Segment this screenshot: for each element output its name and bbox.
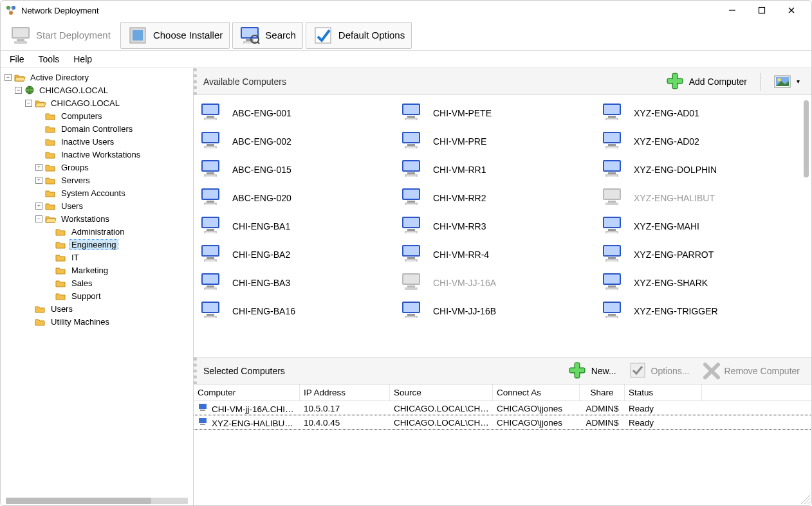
tree-scrollbar[interactable] [6,498,188,504]
tree-sub-domain[interactable]: − CHICAGO.LOCAL [25,96,193,109]
resize-grip[interactable] [801,495,810,504]
computer-item[interactable]: ABC-ENG-020 [196,184,397,212]
computer-item[interactable]: CHI-ENG-BA2 [196,240,397,269]
default-options-button[interactable]: Default Options [306,22,412,49]
computer-icon [401,186,427,210]
expand-icon[interactable]: + [35,177,42,184]
cell-ip: 10.5.0.17 [300,404,390,413]
tree-users-2[interactable]: Users [25,302,193,315]
tree-servers[interactable]: +Servers [35,174,193,186]
th-source[interactable]: Source [390,384,493,401]
collapse-icon[interactable]: − [35,215,42,222]
th-connect[interactable]: Connect As [493,384,580,401]
computer-item[interactable]: CHI-ENG-BA16 [196,297,397,325]
tree-domain[interactable]: − CHICAGO.LOCAL [15,84,193,96]
computer-item[interactable]: CHI-ENG-BA3 [196,269,397,297]
available-computers-list[interactable]: ABC-ENG-001ABC-ENG-002ABC-ENG-015ABC-ENG… [194,95,801,357]
start-deployment-button[interactable]: Start Deployment [3,22,118,49]
available-scrollbar[interactable] [801,95,811,357]
tree-root[interactable]: − Active Directory [5,71,193,84]
computer-item[interactable]: XYZ-ENG-AD02 [598,127,798,156]
th-status[interactable]: Status [625,384,702,401]
computer-icon [200,271,226,294]
tree-computers[interactable]: Computers [35,109,193,122]
computer-item[interactable]: CHI-VM-JJ-16A [397,269,598,297]
tree-ws-eng[interactable]: Engineering [46,238,193,251]
computer-item[interactable]: CHI-VM-PRE [397,127,598,156]
maximize-button[interactable] [747,1,777,19]
computer-item[interactable]: CHI-VM-RR1 [397,156,598,184]
computer-item[interactable]: CHI-VM-JJ-16B [397,297,598,325]
computer-item[interactable]: ABC-ENG-001 [196,99,397,127]
collapse-icon[interactable]: − [5,74,12,81]
computer-name: CHI-ENG-BA1 [232,221,290,231]
tree-ws-sales[interactable]: Sales [46,276,193,289]
tree-workstations[interactable]: −Workstations [35,212,193,225]
computer-item[interactable]: CHI-VM-PETE [397,99,598,127]
remove-computer-button[interactable]: Remove Computer [697,359,806,383]
computer-icon [200,158,226,181]
tree-pane[interactable]: − Active Directory − CHICAGO.LOCAL [1,68,194,505]
tree-utility[interactable]: Utility Machines [25,315,193,328]
computer-item[interactable]: CHI-ENG-BA1 [196,212,397,240]
cell-status: Ready [625,418,702,428]
tree-dc[interactable]: Domain Controllers [35,122,193,135]
search-button[interactable]: Search [232,22,303,49]
computer-item[interactable]: ABC-ENG-002 [196,127,397,156]
tree-users[interactable]: +Users [35,199,193,212]
expand-icon[interactable]: + [35,164,42,171]
expand-icon[interactable]: + [35,203,42,210]
menu-tools[interactable]: Tools [39,54,60,64]
th-ip[interactable]: IP Address [300,384,390,401]
minimize-button[interactable] [717,1,747,19]
th-computer[interactable]: Computer [194,384,300,401]
computer-item[interactable]: XYZ-ENG-PARROT [598,240,798,269]
tree-ws-marketing[interactable]: Marketing [46,264,193,276]
computer-item[interactable]: CHI-VM-RR2 [397,184,598,212]
computer-icon [602,102,627,125]
computer-item[interactable]: XYZ-ENG-SHARK [598,269,798,297]
tree-ws-support[interactable]: Support [46,289,193,302]
computer-name: XYZ-ENG-TRIGGER [634,306,718,316]
folder-icon [55,253,67,262]
computer-name: CHI-ENG-BA3 [232,278,290,288]
computer-item[interactable]: XYZ-ENG-TRIGGER [598,297,798,325]
close-button[interactable] [777,1,806,19]
collapse-icon[interactable]: − [15,87,22,94]
computer-item[interactable]: ABC-ENG-015 [196,156,397,184]
menu-help[interactable]: Help [73,54,92,64]
selected-header: Selected Computers New... Options... Rem… [194,357,811,384]
table-row[interactable]: XYZ-ENG-HALIBUT...10.4.0.45CHICAGO.LOCAL… [194,415,811,429]
computer-item[interactable]: CHI-VM-RR-4 [397,240,598,269]
tree-inactive-users[interactable]: Inactive Users [35,135,193,148]
th-share[interactable]: Share [580,384,625,401]
collapse-icon[interactable]: − [25,100,32,107]
table-row[interactable]: CHI-VM-jj-16A.CHIC...10.5.0.17CHICAGO.LO… [194,401,811,415]
computer-name: CHI-VM-PETE [433,108,492,118]
options-button[interactable]: Options... [624,359,695,383]
menu-file[interactable]: File [10,54,24,64]
tree-ws-it[interactable]: IT [46,251,193,264]
add-computer-button[interactable]: Add Computer [661,69,752,94]
folder-icon [45,150,57,159]
choose-installer-button[interactable]: Choose Installer [120,22,230,49]
computer-item[interactable]: XYZ-ENG-DOLPHIN [598,156,798,184]
selected-table[interactable]: Computer IP Address Source Connect As Sh… [194,384,811,505]
computer-name: CHI-VM-PRE [433,136,486,147]
tree-inactive-ws[interactable]: Inactive Workstations [35,148,193,161]
tree-ws-admin[interactable]: Administration [46,225,193,238]
picture-icon [773,73,793,90]
tree-groups[interactable]: +Groups [35,161,193,174]
titlebar: Network Deployment [1,1,811,20]
computer-item[interactable]: CHI-VM-RR3 [397,212,598,240]
new-computer-button[interactable]: New... [563,359,622,383]
computer-item[interactable]: XYZ-ENG-MAHI [598,212,798,240]
computer-small-icon [198,403,209,412]
tree-sys-accounts[interactable]: System Accounts [35,186,193,199]
cell-ip: 10.4.0.45 [300,418,390,428]
computer-name: XYZ-ENG-AD01 [634,108,699,118]
cell-source: CHICAGO.LOCAL\CHIC... [390,418,493,428]
view-mode-button[interactable]: ▾ [768,71,805,93]
computer-item[interactable]: XYZ-ENG-AD01 [598,99,798,127]
computer-item[interactable]: XYZ-ENG-HALIBUT [598,184,798,212]
